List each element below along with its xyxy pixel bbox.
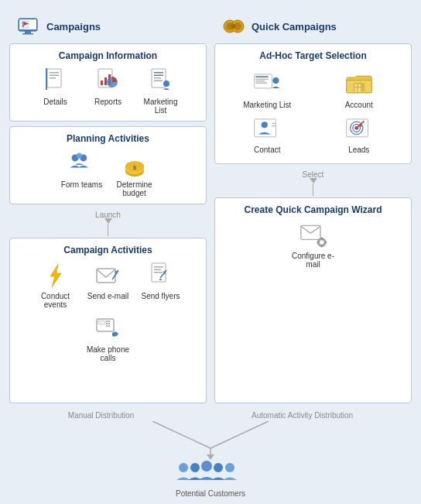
right-column: Quick Campaigns Ad-Hoc Target Selection xyxy=(214,9,412,408)
svg-rect-13 xyxy=(101,81,103,85)
svg-point-25 xyxy=(76,153,81,159)
conduct-events-label: Conduct events xyxy=(33,292,79,309)
select-arrow: Select xyxy=(214,170,412,196)
marketing-list-item[interactable]: Marketing List xyxy=(138,67,184,115)
campaign-info-icons: Details xyxy=(16,67,200,115)
svg-rect-83 xyxy=(324,242,327,243)
auto-distribution-label: Automatic Activity Distribution xyxy=(252,411,353,420)
make-phone-calls-item[interactable]: Make phone calls xyxy=(85,315,132,362)
svg-rect-70 xyxy=(272,125,276,126)
wizard-panel: Create Quick Campaign Wizard xyxy=(214,197,412,403)
details-icon xyxy=(42,67,70,95)
svg-point-91 xyxy=(214,463,223,472)
campaign-activities-panel: Campaign Activities Conduct events xyxy=(9,238,207,403)
leads-item[interactable]: Leads xyxy=(317,115,402,154)
campaign-activities-icons: Conduct events xyxy=(16,262,200,362)
account-icon xyxy=(345,70,373,98)
svg-line-84 xyxy=(152,421,210,448)
campaign-information-panel: Campaign Information xyxy=(9,43,207,122)
marketing-list-icon xyxy=(147,67,175,95)
adhoc-icons: Marketing List xyxy=(221,67,405,157)
main-container: Campaigns Campaign Information xyxy=(0,0,421,504)
svg-rect-65 xyxy=(354,88,357,92)
quick-campaigns-title: Quick Campaigns xyxy=(252,21,337,33)
svg-rect-80 xyxy=(320,238,322,240)
wizard-icons: Configure e-mail xyxy=(221,221,405,269)
svg-rect-14 xyxy=(104,77,107,85)
reports-item[interactable]: Reports xyxy=(85,67,132,115)
conduct-events-icon xyxy=(42,262,70,290)
campaigns-title: Campaigns xyxy=(46,21,101,33)
svg-rect-81 xyxy=(320,245,322,248)
svg-rect-63 xyxy=(354,84,357,87)
svg-point-22 xyxy=(163,81,169,87)
svg-point-89 xyxy=(190,463,200,472)
customers-icon xyxy=(172,460,249,488)
svg-rect-69 xyxy=(272,123,276,124)
svg-rect-64 xyxy=(358,84,361,87)
quick-campaigns-header: Quick Campaigns xyxy=(214,9,412,43)
send-flyers-icon xyxy=(147,262,175,290)
determine-budget-item[interactable]: $ Determine budget xyxy=(111,150,158,197)
details-item[interactable]: Details xyxy=(33,67,79,115)
svg-rect-46 xyxy=(106,323,108,324)
leads-label: Leads xyxy=(348,146,369,154)
potential-customers: Potential Customers xyxy=(172,460,249,498)
make-phone-calls-icon xyxy=(94,315,122,343)
svg-point-92 xyxy=(225,463,234,472)
svg-rect-38 xyxy=(154,272,163,273)
svg-rect-2 xyxy=(25,31,31,33)
configure-email-item[interactable]: Configure e-mail xyxy=(290,221,337,269)
svg-rect-57 xyxy=(256,79,269,80)
wizard-title: Create Quick Campaign Wizard xyxy=(221,204,405,215)
svg-rect-77 xyxy=(300,225,320,239)
top-section: Campaigns Campaign Information xyxy=(0,0,421,408)
form-teams-item[interactable]: Form teams xyxy=(59,150,105,197)
send-email-label: Send e-mail xyxy=(87,292,128,300)
contact-icon xyxy=(253,115,281,143)
reports-label: Reports xyxy=(94,98,122,106)
svg-marker-31 xyxy=(50,264,61,287)
contact-item[interactable]: Contact xyxy=(224,115,310,154)
customers-label: Potential Customers xyxy=(176,489,245,498)
svg-point-79 xyxy=(320,240,323,244)
left-column: Campaigns Campaign Information xyxy=(9,9,207,408)
svg-point-60 xyxy=(273,77,279,84)
form-teams-icon xyxy=(68,150,96,178)
svg-rect-36 xyxy=(154,266,163,268)
svg-rect-20 xyxy=(154,77,161,79)
svg-rect-56 xyxy=(256,76,269,77)
svg-rect-48 xyxy=(106,325,108,327)
send-flyers-item[interactable]: Send flyers xyxy=(138,262,184,309)
svg-rect-19 xyxy=(154,75,163,77)
svg-rect-43 xyxy=(98,321,105,324)
svg-rect-3 xyxy=(22,33,33,35)
svg-rect-21 xyxy=(154,81,163,82)
svg-point-53 xyxy=(226,22,234,30)
select-arrow-head xyxy=(310,178,317,183)
form-teams-label: Form teams xyxy=(61,180,102,189)
planning-activities-panel: Planning Activities xyxy=(9,126,207,204)
marketing-list-label: Marketing List xyxy=(138,98,184,115)
launch-arrow-head xyxy=(104,218,112,224)
campaigns-header: Campaigns xyxy=(9,9,207,43)
svg-line-85 xyxy=(210,421,269,448)
send-email-item[interactable]: Send e-mail xyxy=(85,262,132,309)
svg-rect-45 xyxy=(108,321,110,322)
conduct-events-item[interactable]: Conduct events xyxy=(33,262,79,309)
determine-budget-icon: $ xyxy=(121,150,149,178)
svg-rect-5 xyxy=(22,22,24,27)
adhoc-marketing-list-item[interactable]: Marketing List xyxy=(224,70,310,109)
account-item[interactable]: Account xyxy=(317,70,402,109)
quick-campaigns-header-icon xyxy=(221,14,245,39)
svg-rect-59 xyxy=(256,83,268,84)
configure-email-icon xyxy=(299,221,327,249)
planning-icons: Form teams $ xyxy=(16,150,200,197)
svg-rect-82 xyxy=(317,242,319,243)
svg-rect-47 xyxy=(108,323,110,324)
adhoc-title: Ad-Hoc Target Selection xyxy=(221,50,405,61)
svg-rect-18 xyxy=(154,72,163,74)
svg-rect-66 xyxy=(358,88,361,92)
svg-rect-49 xyxy=(108,325,110,327)
svg-rect-32 xyxy=(97,269,115,283)
